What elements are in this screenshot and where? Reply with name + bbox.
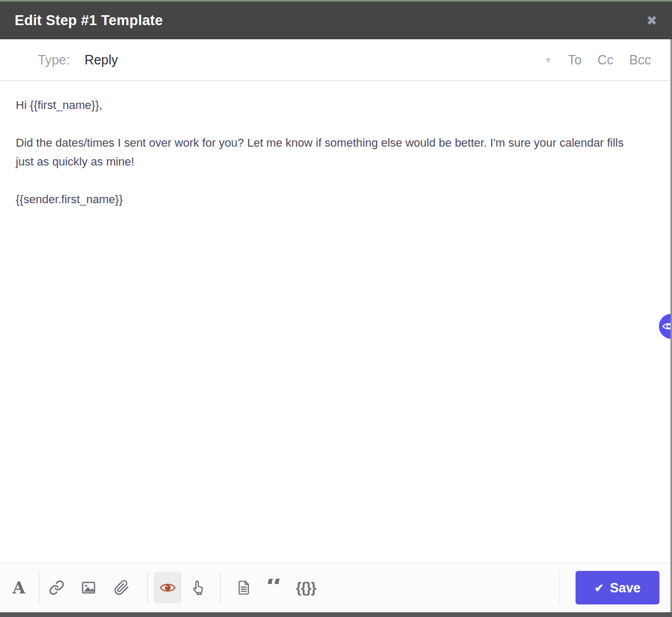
- editor-toolbar: A: [0, 563, 672, 612]
- modal-title: Edit Step #1 Template: [15, 13, 163, 29]
- eye-icon: [159, 581, 176, 594]
- paperclip-icon: [114, 579, 129, 596]
- link-icon: [49, 580, 64, 596]
- toolbar-divider: [39, 571, 39, 604]
- preview-toggle-button[interactable]: [154, 572, 181, 603]
- insert-link-button[interactable]: [49, 580, 64, 596]
- toolbar-divider: [559, 571, 560, 604]
- page-bottom-strip: [0, 612, 672, 617]
- bcc-button[interactable]: Bcc: [629, 52, 651, 68]
- toolbar-divider: [147, 571, 148, 604]
- document-icon: [236, 579, 251, 596]
- recipient-controls: ▼ To Cc Bcc: [544, 52, 658, 68]
- template-body-editor[interactable]: Hi {{first_name}}, Did the dates/times I…: [0, 82, 670, 563]
- cc-button[interactable]: Cc: [598, 52, 614, 68]
- chevron-down-icon[interactable]: ▼: [544, 56, 552, 64]
- toolbar-divider: [220, 571, 221, 604]
- edit-template-modal: Edit Step #1 Template ✖ Type: Reply ▼ To…: [0, 0, 672, 617]
- insert-quote-button[interactable]: “: [266, 579, 283, 597]
- save-button[interactable]: ✔ Save: [576, 571, 659, 604]
- cta-button[interactable]: [190, 579, 205, 596]
- editor-signature: {{sender.first_name}}: [16, 190, 637, 209]
- type-row: Type: Reply ▼ To Cc Bcc: [0, 39, 672, 81]
- insert-template-button[interactable]: [236, 579, 251, 596]
- close-icon[interactable]: ✖: [646, 14, 657, 27]
- editor-greeting: Hi {{first_name}},: [16, 96, 637, 115]
- insert-variable-button[interactable]: {{}}: [296, 580, 316, 596]
- check-icon: ✔: [594, 582, 604, 593]
- type-select[interactable]: Reply: [84, 52, 118, 68]
- to-button[interactable]: To: [568, 52, 581, 68]
- hand-pointer-icon: [190, 579, 205, 596]
- attach-file-button[interactable]: [114, 579, 129, 596]
- type-label: Type:: [38, 52, 70, 68]
- save-button-label: Save: [610, 580, 641, 596]
- format-text-button[interactable]: A: [13, 578, 25, 597]
- insert-image-button[interactable]: [80, 580, 97, 596]
- modal-header: Edit Step #1 Template ✖: [0, 2, 672, 39]
- image-icon: [80, 580, 97, 596]
- editor-paragraph: Did the dates/times I sent over work for…: [16, 134, 637, 171]
